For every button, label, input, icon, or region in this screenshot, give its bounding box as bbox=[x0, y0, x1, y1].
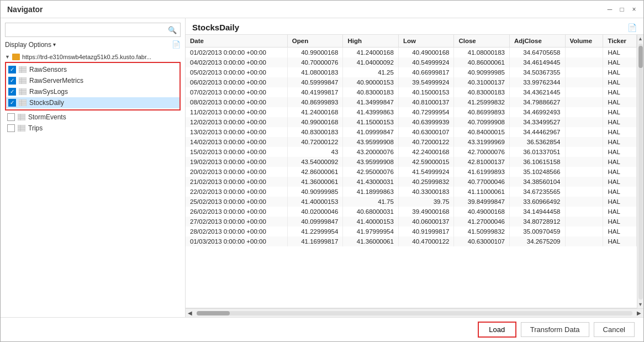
table-cell: 40.72999954 bbox=[398, 107, 454, 117]
close-button[interactable]: × bbox=[629, 4, 639, 14]
table-cell: 35.00970459 bbox=[509, 227, 565, 236]
h-scrollbar[interactable] bbox=[194, 309, 635, 318]
table-cell: 43.95999908 bbox=[343, 137, 399, 147]
table-cell bbox=[565, 227, 603, 236]
tree-item-stormevents[interactable]: StormEvents bbox=[5, 112, 181, 123]
export-icon[interactable]: 📄 bbox=[172, 40, 181, 49]
load-button[interactable]: Load bbox=[478, 322, 516, 338]
preview-export-icon[interactable]: 📄 bbox=[627, 23, 637, 32]
svg-rect-4 bbox=[19, 77, 27, 84]
main-content: 🔍 Display Options 📄 ▼ https://trd-e310ms… bbox=[1, 18, 643, 317]
table-cell: 41.18999863 bbox=[343, 187, 399, 197]
table-cell: 40.47000122 bbox=[398, 236, 454, 246]
svg-rect-8 bbox=[19, 88, 27, 95]
checkbox-rawservermetrics[interactable] bbox=[8, 77, 16, 85]
table-cell: 27/02/2013 0:00:00 +00:00 bbox=[186, 217, 287, 227]
scroll-up-arrow[interactable]: ▲ bbox=[638, 35, 643, 43]
table-wrap: Date Open High Low Close AdjClose Volume… bbox=[186, 35, 643, 308]
table-cell bbox=[565, 137, 603, 147]
table-cell bbox=[565, 157, 603, 167]
scroll-right-arrow[interactable]: ▶ bbox=[635, 310, 643, 316]
table-cell: HAL bbox=[603, 57, 637, 67]
checkbox-stormevents[interactable] bbox=[7, 113, 15, 121]
display-options-button[interactable]: Display Options bbox=[5, 41, 56, 49]
tree-item-rawsensors[interactable]: RawSensors bbox=[6, 64, 180, 75]
table-cell: 40.02000046 bbox=[287, 207, 343, 217]
table-cell: 41.08000183 bbox=[454, 48, 510, 58]
svg-rect-20 bbox=[18, 125, 25, 131]
table-cell bbox=[565, 67, 603, 77]
table-cell: 34.79886627 bbox=[509, 97, 565, 107]
table-cell: 41.61999893 bbox=[454, 167, 510, 177]
tree-item-label-rawservermetrics: RawServerMetrics bbox=[29, 77, 83, 85]
scroll-down-arrow[interactable]: ▼ bbox=[638, 301, 643, 308]
table-cell: HAL bbox=[603, 67, 637, 77]
table-cell: 43 bbox=[287, 147, 343, 157]
table-cell: 41.43000031 bbox=[343, 177, 399, 187]
table-row: 01/03/2013 0:00:00 +00:0041.1699981741.3… bbox=[186, 236, 637, 246]
table-cell: 34.38560104 bbox=[509, 177, 565, 187]
minimize-button[interactable]: ─ bbox=[605, 4, 615, 14]
table-cell: 39.49000168 bbox=[398, 207, 454, 217]
h-scrollbar-thumb[interactable] bbox=[197, 311, 230, 315]
cancel-button[interactable]: Cancel bbox=[594, 322, 635, 337]
col-open: Open bbox=[287, 35, 343, 48]
table-cell: 41.24000168 bbox=[343, 48, 399, 58]
transform-data-button[interactable]: Transform Data bbox=[521, 322, 589, 337]
table-row: 22/02/2013 0:00:00 +00:0040.9099998541.1… bbox=[186, 187, 637, 197]
table-cell: 42.24000168 bbox=[398, 147, 454, 157]
preview-header: StocksDaily 📄 bbox=[186, 18, 643, 35]
scroll-left-arrow[interactable]: ◀ bbox=[186, 310, 194, 316]
table-header-row: Date Open High Low Close AdjClose Volume… bbox=[186, 35, 637, 48]
tree-item-label-stocksdaily: StocksDaily bbox=[29, 99, 64, 107]
table-cell: 40.09999847 bbox=[287, 217, 343, 227]
vertical-scrollbar[interactable]: ▲ ▼ bbox=[637, 35, 643, 308]
table-cell: 40.41999817 bbox=[287, 87, 343, 97]
tree-root[interactable]: ▼ https://trd-e310mswb4etazg51k0.z5.kust… bbox=[5, 52, 181, 62]
table-cell bbox=[565, 97, 603, 107]
right-panel: StocksDaily 📄 Date Open High Low bbox=[186, 18, 643, 317]
data-table-container[interactable]: Date Open High Low Close AdjClose Volume… bbox=[186, 35, 637, 308]
v-scroll-thumb[interactable] bbox=[638, 46, 643, 68]
col-high: High bbox=[343, 35, 399, 48]
tree-item-rawsyslogs[interactable]: RawSysLogs bbox=[6, 86, 180, 97]
window-title: Navigator bbox=[5, 5, 43, 14]
tree-item-stocksdaily[interactable]: StocksDaily bbox=[6, 97, 180, 108]
table-cell: 40.86999893 bbox=[454, 107, 510, 117]
table-cell: HAL bbox=[603, 207, 637, 217]
table-icon-stormevents bbox=[17, 113, 26, 121]
tree-item-trips[interactable]: Trips bbox=[5, 123, 181, 134]
table-cell: 40.86999893 bbox=[287, 97, 343, 107]
table-cell: 41.40000153 bbox=[343, 217, 399, 227]
table-cell: 43.95999908 bbox=[343, 157, 399, 167]
table-cell: 15/02/2013 0:00:00 +00:00 bbox=[186, 147, 287, 157]
table-cell: 40.49000168 bbox=[454, 207, 510, 217]
table-cell: 41.97999954 bbox=[343, 227, 399, 236]
table-cell: 40.25999832 bbox=[398, 177, 454, 187]
table-cell: 11/02/2013 0:00:00 +00:00 bbox=[186, 107, 287, 117]
checkbox-stocksdaily[interactable] bbox=[8, 99, 16, 107]
table-row: 08/02/2013 0:00:00 +00:0040.8699989341.3… bbox=[186, 97, 637, 107]
table-cell bbox=[565, 217, 603, 227]
table-cell: 43.54000092 bbox=[287, 157, 343, 167]
checkbox-rawsyslogs[interactable] bbox=[8, 88, 16, 96]
table-cell: HAL bbox=[603, 107, 637, 117]
table-cell: 40.31000137 bbox=[454, 77, 510, 87]
search-input[interactable] bbox=[9, 26, 168, 34]
table-cell: 40.91999817 bbox=[398, 227, 454, 236]
search-box[interactable]: 🔍 bbox=[5, 23, 181, 37]
table-cell: HAL bbox=[603, 236, 637, 246]
table-cell: 41.36000061 bbox=[343, 236, 399, 246]
table-cell bbox=[565, 107, 603, 117]
table-cell: 39.75 bbox=[398, 197, 454, 207]
table-row: 26/02/2013 0:00:00 +00:0040.0200004640.6… bbox=[186, 207, 637, 217]
table-cell: 40.63000107 bbox=[454, 236, 510, 246]
maximize-button[interactable]: □ bbox=[617, 4, 627, 14]
tree-item-rawservermetrics[interactable]: RawServerMetrics bbox=[6, 75, 180, 86]
table-cell: 28/02/2013 0:00:00 +00:00 bbox=[186, 227, 287, 236]
table-cell bbox=[565, 87, 603, 97]
table-cell: 39.54999924 bbox=[398, 77, 454, 87]
checkbox-trips[interactable] bbox=[7, 124, 15, 132]
table-cell: 40.84000015 bbox=[454, 127, 510, 137]
checkbox-rawsensors[interactable] bbox=[8, 66, 16, 73]
